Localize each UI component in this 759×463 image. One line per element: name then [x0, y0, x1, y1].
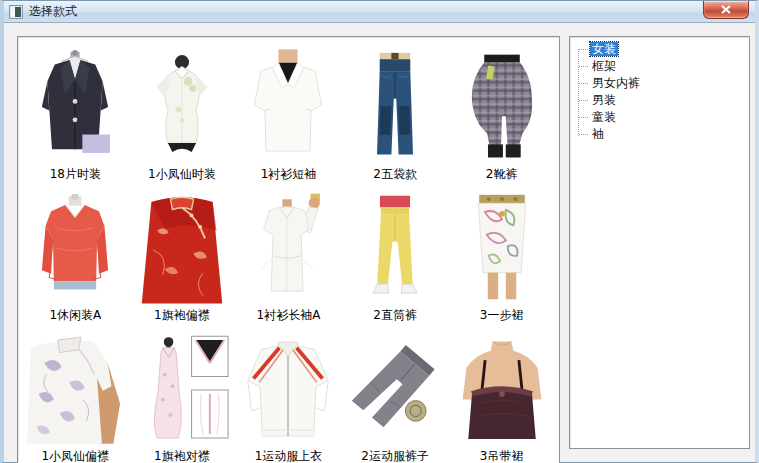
tree-item-children[interactable]: 童装	[576, 109, 747, 126]
style-cell-qipao-dress[interactable]: 1旗袍对襟	[129, 325, 236, 463]
close-button[interactable]	[703, 1, 749, 19]
style-label: 2靴裤	[486, 166, 518, 183]
style-label: 1旗袍对襟	[154, 448, 210, 463]
straight-pants-icon	[364, 184, 426, 304]
style-cell-plaid-boot-pants[interactable]: 2靴裤	[448, 43, 555, 184]
style-grid: 18片时装	[18, 37, 559, 463]
red-qipao-icon	[136, 184, 228, 304]
style-cell-pencil-skirt[interactable]: 3一步裙	[448, 184, 555, 325]
blazer-icon	[29, 43, 121, 163]
style-label: 1衬衫长袖A	[257, 307, 321, 324]
style-cell-red-qipao[interactable]: 1旗袍偏襟	[129, 184, 236, 325]
close-icon	[721, 3, 731, 17]
track-pants-icon	[346, 325, 444, 445]
qipao-dress-icon	[134, 325, 230, 445]
style-cell-straight-pants[interactable]: 2直筒裤	[342, 184, 449, 325]
style-label: 18片时装	[50, 166, 101, 183]
select-style-dialog: 选择款式	[0, 0, 759, 463]
track-jacket-icon	[242, 325, 334, 445]
style-label: 1小凤仙偏襟	[41, 448, 109, 463]
style-cell-casual-top[interactable]: 1休闲装A	[22, 184, 129, 325]
camisole-icon	[457, 325, 547, 445]
tree-item-men[interactable]: 男装	[576, 92, 747, 109]
style-cell-long-sleeve-shirt[interactable]: 1衬衫长袖A	[235, 184, 342, 325]
style-label: 1运动服上衣	[255, 448, 323, 463]
white-qipao-icon	[27, 325, 123, 445]
five-pocket-jeans-icon	[368, 43, 422, 163]
category-tree-panel: 女装 框架 男女内裤 男装 童装 袖	[569, 36, 750, 449]
tree-item-frame[interactable]: 框架	[576, 58, 747, 75]
title-bar: 选择款式	[4, 1, 755, 23]
xiaofengxian-blouse-icon	[138, 43, 226, 163]
style-cell-camisole[interactable]: 3吊带裙	[448, 325, 555, 463]
app-icon	[9, 5, 23, 19]
tree-item-underwear[interactable]: 男女内裤	[576, 75, 747, 92]
style-cell-track-pants[interactable]: 2运动服裤子	[342, 325, 449, 463]
style-label: 1休闲装A	[49, 307, 101, 324]
style-cell-five-pocket-jeans[interactable]: 2五袋款	[342, 43, 449, 184]
style-label: 2运动服裤子	[361, 448, 429, 463]
dialog-title: 选择款式	[29, 3, 77, 20]
style-cell-white-qipao[interactable]: 1小凤仙偏襟	[22, 325, 129, 463]
style-cell-track-jacket[interactable]: 1运动服上衣	[235, 325, 342, 463]
style-label: 1衬衫短袖	[261, 166, 317, 183]
casual-top-icon	[29, 184, 121, 304]
style-label: 1旗袍偏襟	[154, 307, 210, 324]
plaid-boot-pants-icon	[459, 43, 545, 163]
long-sleeve-shirt-icon	[243, 184, 333, 304]
style-label: 2五袋款	[373, 166, 417, 183]
tree-item-women[interactable]: 女装	[576, 41, 747, 58]
style-label: 3一步裙	[480, 307, 524, 324]
style-cell-short-sleeve-shirt[interactable]: 1衬衫短袖	[235, 43, 342, 184]
tree-item-sleeve[interactable]: 袖	[576, 126, 747, 143]
style-label: 1小凤仙时装	[148, 166, 216, 183]
pencil-skirt-icon	[464, 184, 540, 304]
style-cell-blazer[interactable]: 18片时装	[22, 43, 129, 184]
style-label: 3吊带裙	[480, 448, 524, 463]
style-thumbnails-panel: 18片时装	[17, 36, 560, 463]
short-sleeve-shirt-icon	[240, 43, 336, 163]
style-label: 2直筒裤	[373, 307, 417, 324]
category-tree: 女装 框架 男女内裤 男装 童装 袖	[572, 41, 747, 143]
style-cell-xiaofengxian-blouse[interactable]: 1小凤仙时装	[129, 43, 236, 184]
